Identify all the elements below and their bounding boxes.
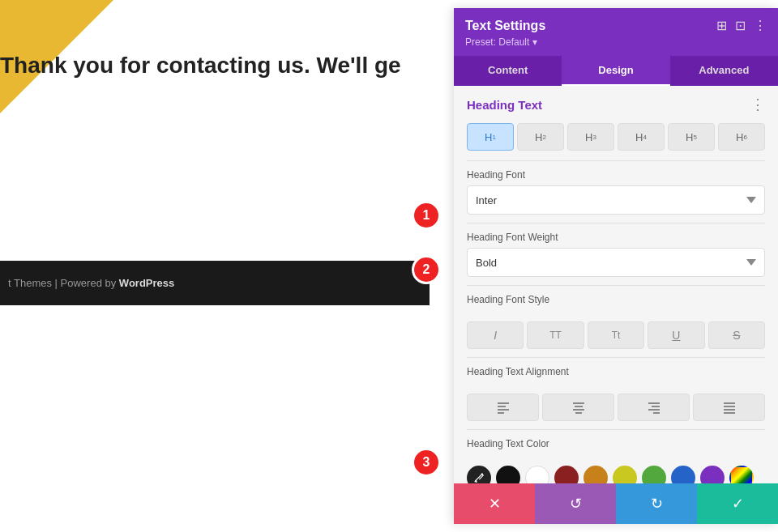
page-footer: t Themes | Powered by WordPress [0,261,430,305]
color-dark-red[interactable] [554,466,579,483]
heading-font-select[interactable]: Inter [467,185,765,215]
cancel-icon: ✕ [489,495,501,513]
align-justify-button[interactable] [693,394,765,421]
page-background: Thank you for contacting us. We'll ge t … [0,0,430,532]
cancel-button[interactable]: ✕ [454,483,535,524]
heading-font-style-group: Heading Font Style [454,286,778,318]
redo-icon: ↻ [651,495,663,513]
text-settings-panel: Text Settings ⊞ ⊡ ⋮ Preset: Default ▾ Co… [454,8,778,524]
capitalize-button[interactable]: Tt [588,321,644,349]
page-heading: Thank you for contacting us. We'll ge [0,53,421,79]
undo-button[interactable]: ↺ [535,483,616,524]
panel-body: Heading Text ⋮ H1 H2 H3 H4 H5 H6 Heading… [454,86,778,483]
step-3-circle: 3 [412,448,441,477]
svg-rect-0 [498,402,509,404]
underline-button[interactable]: U [648,321,704,349]
font-label: Heading Font [467,169,765,181]
step-1-circle: 1 [412,201,441,230]
panel-icon-2[interactable]: ⊡ [735,18,746,33]
h6-button[interactable]: H6 [718,123,765,151]
h3-button[interactable]: H3 [567,123,614,151]
preset-dropdown[interactable]: Preset: Default ▾ [465,36,767,48]
font-weight-label: Heading Font Weight [467,232,765,243]
step-2-circle: 2 [412,255,441,284]
font-style-label: Heading Font Style [467,294,765,305]
color-orange[interactable] [584,466,608,483]
heading-levels-group: H1 H2 H3 H4 H5 H6 [454,120,778,160]
color-yellow[interactable] [613,466,637,483]
color-blue[interactable] [671,466,695,483]
svg-rect-13 [724,406,735,407]
svg-rect-4 [573,402,584,404]
heading-alignment-group: Heading Text Alignment [454,358,778,390]
uppercase-button[interactable]: TT [527,321,584,349]
footer-text: t Themes | Powered by WordPress [8,277,174,289]
heading-font-weight-group: Heading Font Weight Bold [454,223,778,285]
heading-font-group: Heading Font Inter [454,161,778,223]
svg-rect-15 [724,412,735,414]
font-style-buttons: I TT Tt U S [454,318,778,357]
section-header: Heading Text ⋮ [454,86,778,120]
alignment-label: Heading Text Alignment [467,366,765,377]
color-purple[interactable] [700,466,725,483]
heading-color-group: Heading Text Color [454,430,778,462]
svg-rect-5 [575,406,583,407]
strikethrough-button[interactable]: S [708,321,765,349]
more-options-icon[interactable]: ⋮ [754,18,767,33]
svg-rect-7 [575,412,582,414]
color-swatches-group [454,462,778,483]
color-black[interactable] [496,466,520,483]
italic-button[interactable]: I [467,321,524,349]
panel-header: Text Settings ⊞ ⊡ ⋮ Preset: Default ▾ [454,8,778,56]
h1-button[interactable]: H1 [467,123,514,151]
alignment-buttons [454,390,778,429]
svg-rect-3 [498,412,504,414]
svg-rect-12 [724,402,735,404]
h4-button[interactable]: H4 [618,123,665,151]
color-green[interactable] [642,466,666,483]
h5-button[interactable]: H5 [668,123,715,151]
confirm-button[interactable]: ✓ [697,483,778,524]
panel-tabs: Content Design Advanced [454,56,778,86]
section-menu-icon[interactable]: ⋮ [750,96,765,113]
svg-rect-14 [724,409,735,411]
undo-icon: ↺ [570,495,582,513]
heading-font-weight-select[interactable]: Bold [467,248,765,277]
svg-rect-6 [573,409,584,411]
panel-footer: ✕ ↺ ↻ ✓ [454,483,778,524]
h2-button[interactable]: H2 [517,123,564,151]
svg-rect-11 [653,412,660,414]
section-title: Heading Text [467,98,542,112]
redo-button[interactable]: ↻ [616,483,697,524]
align-left-button[interactable] [467,394,539,421]
panel-title: Text Settings [465,19,545,33]
eyedropper-tool[interactable] [467,466,491,483]
tab-content[interactable]: Content [454,56,562,86]
svg-rect-2 [498,409,509,411]
resize-icon[interactable]: ⊞ [716,18,727,33]
color-custom[interactable] [729,466,754,483]
svg-rect-8 [648,402,660,404]
tab-advanced[interactable]: Advanced [670,56,778,86]
panel-icon-group: ⊞ ⊡ ⋮ [716,18,767,33]
tab-design[interactable]: Design [562,56,669,86]
svg-rect-1 [498,406,506,407]
svg-rect-10 [648,409,660,411]
confirm-icon: ✓ [732,495,744,513]
align-right-button[interactable] [618,394,690,421]
align-center-button[interactable] [542,394,614,421]
color-white[interactable] [525,466,549,483]
svg-rect-9 [652,406,660,407]
color-label: Heading Text Color [467,438,765,449]
